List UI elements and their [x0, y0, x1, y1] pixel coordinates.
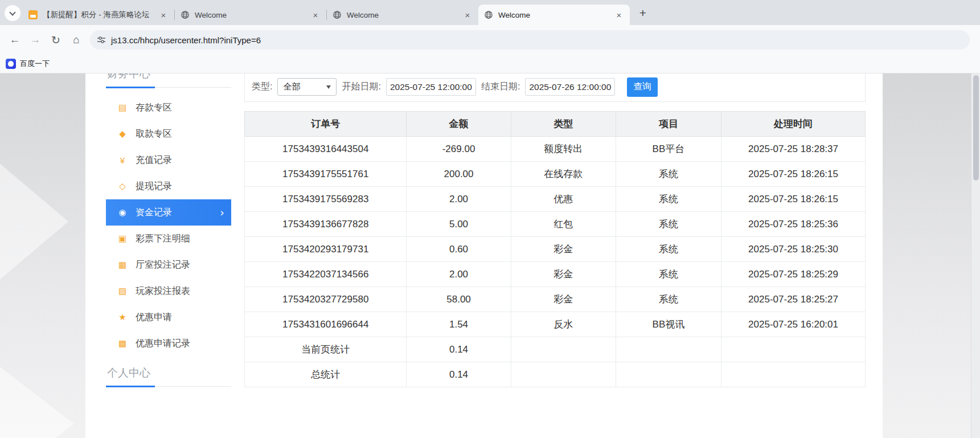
table-cell: 2025-07-25 18:26:15 — [721, 162, 866, 187]
tabs-container: 【新提醒】积分 - 海燕策略论坛×Welcome×Welcome×Welcome… — [23, 0, 630, 25]
close-icon[interactable]: × — [158, 10, 169, 20]
globe-favicon — [181, 10, 190, 19]
table-cell: 在线存款 — [511, 162, 616, 187]
table-cell: 2025-07-25 18:25:29 — [721, 262, 866, 287]
tab-search-button[interactable] — [5, 5, 20, 21]
sidebar-item[interactable]: ◉资金记录› — [106, 199, 231, 226]
withdraw-icon: ◆ — [117, 129, 128, 139]
sidebar-item[interactable]: ▨玩家投注报表 — [106, 278, 231, 304]
sidebar-item[interactable]: ¥充值记录 — [106, 147, 231, 173]
sidebar-item-label: 优惠申请记录 — [136, 338, 190, 350]
promo-apply-icon: ★ — [117, 312, 128, 322]
close-icon[interactable]: × — [614, 10, 624, 20]
sidebar-item-label: 存款专区 — [136, 102, 172, 114]
deposit-icon: ▤ — [117, 103, 128, 113]
chevron-down-icon — [9, 9, 15, 15]
close-icon[interactable]: × — [462, 10, 473, 20]
hall-bet-icon: ▦ — [117, 260, 128, 270]
table-cell: 1753439136677828 — [245, 212, 407, 237]
baidu-favicon — [6, 59, 16, 69]
browser-tab[interactable]: Welcome× — [175, 5, 326, 25]
table-cell — [511, 337, 616, 362]
table-cell: 5.00 — [407, 212, 511, 237]
table-cell: 系统 — [616, 287, 721, 312]
table-cell: BB视讯 — [616, 312, 721, 337]
forward-icon: → — [30, 34, 41, 46]
table-cell: 0.14 — [407, 337, 511, 362]
site-info-icon[interactable] — [97, 35, 106, 44]
tab-title: Welcome — [195, 11, 310, 19]
new-tab-button[interactable]: + — [634, 5, 651, 22]
table-cell: 2.00 — [407, 187, 511, 212]
sidebar: 财务中心 ▤存款专区◆取款专区¥充值记录◇提现记录◉资金记录›▣彩票下注明细▦厅… — [85, 73, 231, 438]
table-row: 17534202931797310.60彩金系统2025-07-25 18:25… — [245, 237, 866, 262]
table-cell: 1753439175569283 — [245, 187, 407, 212]
page-right-decoration — [883, 73, 971, 438]
site-content: 财务中心 ▤存款专区◆取款专区¥充值记录◇提现记录◉资金记录›▣彩票下注明细▦厅… — [85, 73, 883, 438]
reload-icon: ↻ — [51, 34, 60, 47]
sidebar-item-label: 充值记录 — [136, 154, 172, 166]
table-cell: 彩金 — [511, 287, 616, 312]
table-cell: 1753439175551761 — [245, 162, 407, 187]
sidebar-item[interactable]: ▦厅室投注记录 — [106, 252, 231, 278]
table-cell: 1753420327729580 — [245, 287, 407, 312]
table-row: 17534316016966441.54反水BB视讯2025-07-25 16:… — [245, 312, 866, 337]
home-button[interactable]: ⌂ — [66, 30, 87, 50]
table-cell: 2025-07-25 18:26:15 — [721, 187, 866, 212]
table-cell — [616, 362, 721, 387]
table-cell: 总统计 — [245, 362, 407, 387]
browser-tab[interactable]: 【新提醒】积分 - 海燕策略论坛× — [23, 5, 174, 25]
table-row: 总统计0.14 — [245, 362, 866, 387]
decorative-triangle — [0, 358, 74, 438]
back-icon: ← — [10, 34, 20, 46]
table-cell: 反水 — [511, 312, 616, 337]
table-cell: 系统 — [616, 262, 721, 287]
query-button[interactable]: 查询 — [627, 77, 658, 97]
sidebar-item[interactable]: ▣彩票下注明细 — [106, 226, 231, 252]
table-cell — [511, 362, 616, 387]
table-row: 17534220371345662.00彩金系统2025-07-25 18:25… — [245, 262, 866, 287]
browser-tab[interactable]: Welcome× — [327, 5, 478, 25]
player-report-icon: ▨ — [117, 286, 128, 296]
column-header: 类型 — [511, 112, 616, 137]
table-cell — [616, 337, 721, 362]
table-cell: 系统 — [616, 237, 721, 262]
start-date-label: 开始日期: — [342, 81, 380, 93]
sidebar-item[interactable]: ▤存款专区 — [106, 95, 231, 121]
sidebar-item[interactable]: ▩优惠申请记录 — [106, 330, 231, 357]
forward-button[interactable]: → — [25, 30, 46, 50]
reload-button[interactable]: ↻ — [46, 30, 66, 50]
table-row: 1753439316443504-269.00额度转出BB平台2025-07-2… — [245, 137, 866, 162]
browser-tab[interactable]: Welcome× — [478, 5, 630, 25]
type-select[interactable]: 全部 — [277, 78, 337, 96]
scrollbar-thumb[interactable] — [973, 75, 979, 181]
table-cell: 1753431601696644 — [245, 312, 407, 337]
funds-record-table: 订单号金额类型项目处理时间 1753439316443504-269.00额度转… — [244, 111, 866, 387]
page-scrollbar[interactable] — [971, 73, 980, 438]
table-header-row: 订单号金额类型项目处理时间 — [245, 112, 866, 137]
sidebar-item[interactable]: ★优惠申请 — [106, 304, 231, 330]
main-panel: 类型: 全部 开始日期: 结束日期: 查询 订单号金额类型项目处理时间 1753… — [231, 73, 883, 438]
tab-title: Welcome — [498, 11, 614, 19]
end-date-input[interactable] — [525, 78, 615, 96]
sidebar-item[interactable]: ◇提现记录 — [106, 173, 231, 199]
sidebar-item[interactable]: ◆取款专区 — [106, 121, 231, 147]
sidebar-item-label: 资金记录 — [136, 207, 172, 219]
close-icon[interactable]: × — [310, 10, 321, 20]
start-date-input[interactable] — [386, 78, 476, 96]
table-cell: 彩金 — [511, 262, 616, 287]
address-bar[interactable]: js13.cc/hhcp/usercenter.html?iniType=6 — [90, 30, 970, 50]
type-select-value: 全部 — [283, 81, 300, 92]
sidebar-item-label: 提现记录 — [136, 181, 172, 193]
column-header: 订单号 — [245, 112, 407, 137]
type-label: 类型: — [252, 81, 272, 93]
back-button[interactable]: ← — [5, 30, 25, 50]
filter-bar: 类型: 全部 开始日期: 结束日期: 查询 — [244, 73, 866, 102]
table-row: 17534391755692832.00优惠系统2025-07-25 18:26… — [245, 187, 866, 212]
sidebar-section-personal: 个人中心 — [106, 357, 231, 387]
bookmark-item[interactable]: 百度一下 — [20, 59, 50, 69]
table-cell: 200.00 — [407, 162, 511, 187]
table-cell: -269.00 — [407, 137, 511, 162]
tab-strip: 【新提醒】积分 - 海燕策略论坛×Welcome×Welcome×Welcome… — [0, 0, 980, 25]
page-viewport: 财务中心 ▤存款专区◆取款专区¥充值记录◇提现记录◉资金记录›▣彩票下注明细▦厅… — [0, 73, 980, 438]
